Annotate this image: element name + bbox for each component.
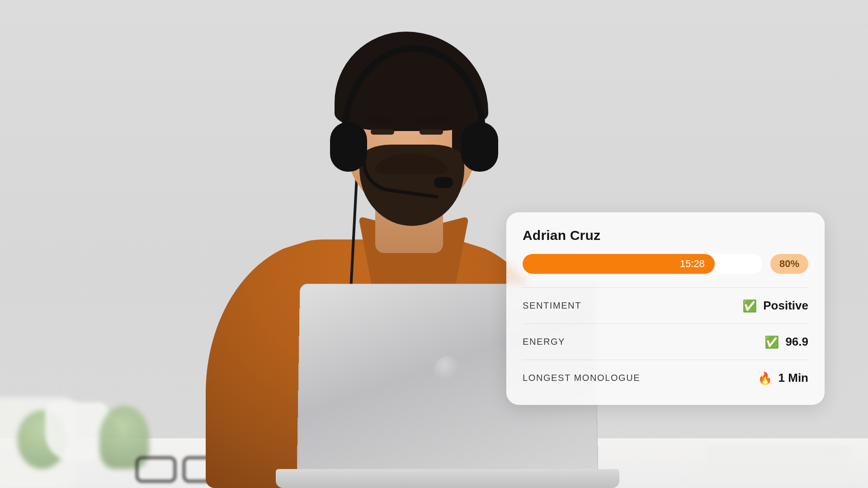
metric-value: ✅ Positive [742,299,808,313]
progress-fill: 15:28 [523,254,715,274]
metric-label: LONGEST MONOLOGUE [523,373,640,383]
elapsed-time: 15:28 [680,258,705,270]
metric-row-sentiment: SENTIMENT ✅ Positive [523,287,808,324]
metric-row-longest-monologue: LONGEST MONOLOGUE 🔥 1 Min [523,360,808,396]
progress-track[interactable]: 15:28 [523,254,762,274]
metric-value-text: 1 Min [778,371,808,385]
agent-name: Adrian Cruz [523,228,808,243]
call-progress: 15:28 80% [523,254,808,274]
call-analytics-card: Adrian Cruz 15:28 80% SENTIMENT ✅ Positi… [506,212,825,405]
metric-value-text: Positive [763,299,808,313]
desk-prop-mug [45,402,108,461]
metric-row-energy: ENERGY ✅ 96.9 [523,324,808,360]
check-icon: ✅ [742,300,757,312]
metric-value: ✅ 96.9 [764,335,808,349]
metric-value: 🔥 1 Min [758,371,808,385]
metric-label: SENTIMENT [523,300,581,311]
background-photo: Adrian Cruz 15:28 80% SENTIMENT ✅ Positi… [0,0,868,488]
desk-prop-papers [705,447,850,483]
metric-value-text: 96.9 [785,335,808,349]
check-icon: ✅ [764,336,779,348]
fire-icon: 🔥 [758,372,772,384]
metric-label: ENERGY [523,337,565,347]
progress-percent-badge: 80% [770,254,808,274]
